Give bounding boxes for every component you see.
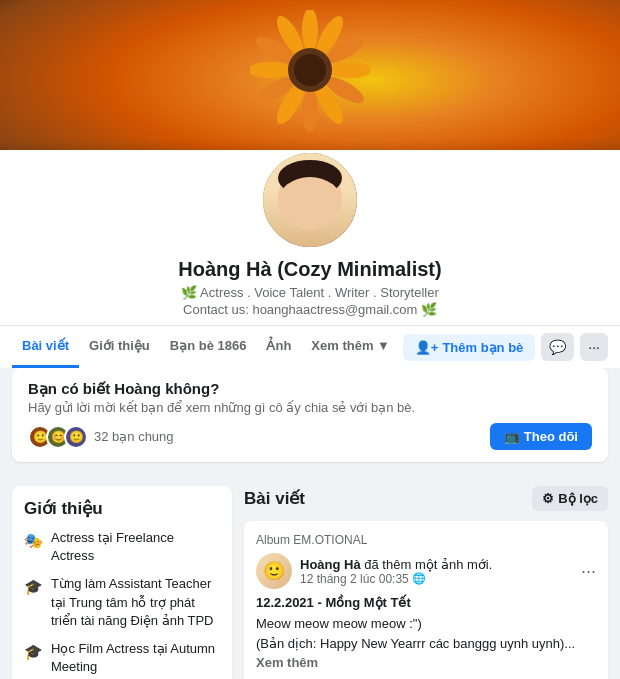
filter-label: Bộ lọc (558, 491, 598, 506)
profile-name: Hoàng Hà (Cozy Minimalist) (0, 258, 620, 281)
filter-button[interactable]: ⚙ Bộ lọc (532, 486, 608, 511)
svg-point-9 (250, 62, 292, 78)
svg-point-13 (294, 54, 326, 86)
mutual-avatar-3: 🙂 (64, 425, 88, 449)
intro-teacher: 🎓 Từng làm Assistant Teacher tại Trung t… (24, 575, 220, 630)
tab-xem-them[interactable]: Xem thêm ▼ (301, 326, 400, 368)
intro-film1-text: Học Film Actress tại Autumn Meeting (51, 640, 220, 676)
privacy-icon: 🌐 (412, 572, 426, 585)
intro-film1: 🎓 Học Film Actress tại Autumn Meeting (24, 640, 220, 676)
intro-card: Giới thiệu 🎭 Actress tại Freelance Actre… (12, 486, 232, 679)
post-subtext: (Bản dịch: Happy New Yearrr các banggg u… (256, 636, 575, 651)
main-content: Giới thiệu 🎭 Actress tại Freelance Actre… (0, 474, 620, 679)
tab-gioi-thieu[interactable]: Giới thiệu (79, 326, 160, 368)
post-author-info: Hoàng Hà đã thêm một ảnh mới. 12 tháng 2… (300, 557, 573, 586)
film1-icon: 🎓 (24, 641, 43, 662)
intro-actress-text: Actress tại Freelance Actress (51, 529, 220, 565)
avatar-wrapper (0, 150, 620, 250)
message-button[interactable]: 💬 (541, 333, 574, 361)
svg-point-6 (302, 88, 318, 132)
avatar[interactable] (260, 150, 360, 250)
post-text: Meow meow meow meow :") (Bản dịch: Happy… (256, 614, 596, 673)
post-action: đã thêm một ảnh mới. (364, 557, 492, 572)
svg-point-19 (278, 177, 342, 227)
right-column: Bài viết ⚙ Bộ lọc Album EM.OTIONAL 🙂 Hoà… (244, 486, 608, 679)
avatar-image (263, 153, 357, 247)
follow-button[interactable]: 📺 Theo dõi (490, 423, 592, 450)
profile-section: Hoàng Hà (Cozy Minimalist) 🌿 Actress . V… (0, 150, 620, 368)
suggestion-subtitle: Hãy gửi lời mời kết bạn để xem những gì … (28, 400, 592, 415)
post-date-line: 12.2.2021 - Mồng Một Tết (256, 595, 596, 610)
add-friend-icon: 👤+ (415, 340, 439, 355)
left-column: Giới thiệu 🎭 Actress tại Freelance Actre… (12, 486, 232, 679)
posts-title: Bài viết (244, 488, 305, 509)
nav-tabs: Bài viết Giới thiệu Bạn bè 1866 Ảnh Xem … (0, 325, 620, 368)
teacher-icon: 🎓 (24, 576, 43, 597)
svg-point-3 (328, 62, 370, 78)
mutual-friends: 🙂 😊 🙂 32 bạn chung (28, 425, 174, 449)
post-author-name[interactable]: Hoàng Hà đã thêm một ảnh mới. (300, 557, 573, 572)
post-card: Album EM.OTIONAL 🙂 Hoàng Hà đã thêm một … (244, 521, 608, 679)
post-header: Bài viết ⚙ Bộ lọc (244, 486, 608, 511)
intro-teacher-text: Từng làm Assistant Teacher tại Trung tâm… (51, 575, 220, 630)
add-friend-label: Thêm bạn bè (442, 340, 523, 355)
suggestion-row: 🙂 😊 🙂 32 bạn chung 📺 Theo dõi (28, 423, 592, 450)
mutual-count: 32 bạn chung (94, 429, 174, 444)
follow-label: Theo dõi (524, 429, 578, 444)
sunflower-decoration (250, 10, 370, 140)
suggestion-title: Bạn có biết Hoàng không? (28, 380, 592, 398)
actress-icon: 🎭 (24, 530, 43, 551)
post-more-button[interactable]: ··· (581, 561, 596, 582)
post-time: 12 tháng 2 lúc 00:35 🌐 (300, 572, 573, 586)
profile-subtitle: 🌿 Actress . Voice Talent . Writer . Stor… (0, 285, 620, 300)
intro-actress: 🎭 Actress tại Freelance Actress (24, 529, 220, 565)
profile-contact: Contact us: hoanghaactress@gmail.com 🌿 (0, 302, 620, 317)
post-text-main: Meow meow meow meow :") (256, 616, 422, 631)
tab-bai-viet[interactable]: Bài viết (12, 326, 79, 368)
post-card-inner: Album EM.OTIONAL 🙂 Hoàng Hà đã thêm một … (244, 521, 608, 679)
intro-title: Giới thiệu (24, 498, 220, 519)
post-avatar: 🙂 (256, 553, 292, 589)
album-label: Album EM.OTIONAL (256, 533, 596, 547)
post-author-row: 🙂 Hoàng Hà đã thêm một ảnh mới. 12 tháng… (256, 553, 596, 589)
filter-icon: ⚙ (542, 491, 554, 506)
svg-point-0 (302, 10, 318, 52)
follow-icon: 📺 (504, 429, 520, 444)
see-more-link[interactable]: Xem thêm (256, 655, 318, 670)
friend-suggestion-banner: Bạn có biết Hoàng không? Hãy gửi lời mời… (12, 368, 608, 462)
tab-ban-be[interactable]: Bạn bè 1866 (160, 326, 257, 368)
add-friend-button[interactable]: 👤+ Thêm bạn bè (403, 334, 536, 361)
tab-anh[interactable]: Ảnh (256, 326, 301, 368)
more-button[interactable]: ··· (580, 333, 608, 361)
nav-actions: 👤+ Thêm bạn bè 💬 ··· (403, 333, 608, 361)
mutual-avatars: 🙂 😊 🙂 (28, 425, 88, 449)
